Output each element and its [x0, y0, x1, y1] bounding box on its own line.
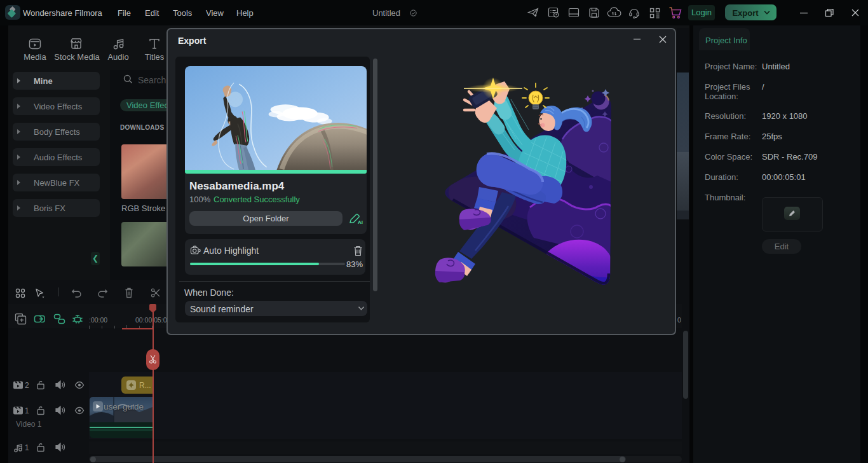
svg-text:AI: AI	[358, 219, 363, 225]
